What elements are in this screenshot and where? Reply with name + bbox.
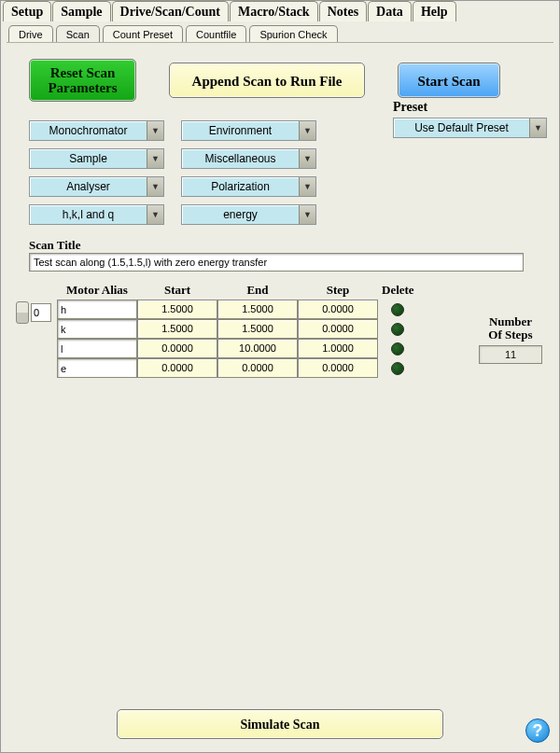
chevron-down-icon: ▼: [529, 119, 546, 137]
tab-setup[interactable]: Setup: [3, 1, 51, 21]
dropdown-hklq[interactable]: h,k,l and q▼: [29, 204, 164, 225]
chevron-down-icon: ▼: [299, 121, 315, 140]
append-scan-button[interactable]: Append Scan to Run File: [169, 63, 365, 98]
alias-input[interactable]: [57, 339, 137, 358]
reset-scan-button[interactable]: Reset Scan Parameters: [29, 59, 136, 102]
subtab-spurion[interactable]: Spurion Check: [249, 25, 337, 42]
tab-notes[interactable]: Notes: [319, 1, 367, 21]
step-cell[interactable]: 0.0000: [298, 300, 378, 319]
tab-macro-stack[interactable]: Macro/Stack: [230, 1, 318, 21]
dropdown-monochromator[interactable]: Monochromator▼: [29, 120, 164, 141]
start-cell[interactable]: 1.5000: [137, 300, 217, 319]
end-cell[interactable]: 1.5000: [217, 300, 298, 319]
steps-label-line1: Number: [479, 315, 542, 328]
chevron-down-icon: ▼: [299, 205, 315, 224]
start-cell[interactable]: 0.0000: [137, 358, 217, 378]
chevron-down-icon: ▼: [299, 149, 315, 168]
sub-tab-bar: Drive Scan Count Preset Countfile Spurio…: [1, 21, 559, 42]
chevron-down-icon: ▼: [147, 121, 163, 140]
end-cell[interactable]: 10.0000: [217, 339, 298, 358]
scan-title-input[interactable]: [29, 253, 524, 272]
dropdown-polarization[interactable]: Polarization▼: [181, 176, 316, 197]
step-cell[interactable]: 0.0000: [298, 319, 378, 339]
col-motor-alias: Motor Alias: [57, 281, 137, 300]
chevron-down-icon: ▼: [147, 149, 163, 168]
start-scan-button[interactable]: Start Scan: [398, 63, 500, 98]
table-row: 0.0000 10.0000 1.0000: [57, 339, 418, 358]
tab-sample[interactable]: Sample: [52, 1, 110, 21]
dropdown-analyser[interactable]: Analyser▼: [29, 176, 164, 197]
preset-group: Preset Use Default Preset ▼: [393, 100, 547, 138]
dropdown-miscellaneous[interactable]: Miscellaneous▼: [181, 148, 316, 169]
alias-input[interactable]: [57, 300, 137, 319]
tab-data[interactable]: Data: [368, 1, 412, 21]
alias-input[interactable]: [57, 319, 137, 339]
delete-led-icon[interactable]: [391, 303, 404, 316]
delete-led-icon[interactable]: [391, 323, 404, 336]
number-of-steps-group: Number Of Steps 11: [479, 315, 542, 364]
subtab-drive[interactable]: Drive: [8, 25, 53, 42]
subtab-count-preset[interactable]: Count Preset: [103, 25, 183, 42]
dropdown-environment[interactable]: Environment▼: [181, 120, 316, 141]
bottom-bar: Simulate Scan: [1, 709, 559, 739]
scan-table: Motor Alias Start End Step Delete 1.5000…: [57, 281, 418, 378]
alias-input[interactable]: [57, 358, 137, 378]
row-index-stepper[interactable]: [16, 301, 29, 324]
table-row: 1.5000 1.5000 0.0000: [57, 319, 418, 339]
chevron-down-icon: ▼: [299, 177, 315, 196]
col-start: Start: [137, 281, 217, 300]
subtab-countfile[interactable]: Countfile: [186, 25, 246, 42]
motor-selectors: Preset Use Default Preset ▼ Monochromato…: [1, 120, 559, 225]
steps-value: 11: [479, 345, 542, 364]
subtab-scan[interactable]: Scan: [56, 25, 100, 42]
preset-dropdown[interactable]: Use Default Preset ▼: [393, 118, 547, 138]
table-row: 1.5000 1.5000 0.0000: [57, 300, 418, 319]
chevron-down-icon: ▼: [147, 177, 163, 196]
chevron-down-icon: ▼: [147, 205, 163, 224]
row-index-input[interactable]: [31, 303, 51, 322]
steps-label-line2: Of Steps: [479, 328, 542, 342]
step-cell[interactable]: 0.0000: [298, 358, 378, 378]
start-cell[interactable]: 1.5000: [137, 319, 217, 339]
scan-table-group: Motor Alias Start End Step Delete 1.5000…: [1, 277, 559, 378]
tab-help[interactable]: Help: [413, 1, 456, 21]
preset-value: Use Default Preset: [394, 121, 529, 134]
col-end: End: [217, 281, 298, 300]
table-header-row: Motor Alias Start End Step Delete: [57, 281, 418, 300]
col-delete: Delete: [378, 281, 418, 300]
scan-title-label: Scan Title: [29, 238, 531, 253]
delete-led-icon[interactable]: [391, 342, 404, 356]
dropdown-sample[interactable]: Sample▼: [29, 148, 164, 169]
main-tab-bar: Setup Sample Drive/Scan/Count Macro/Stac…: [1, 1, 559, 21]
step-cell[interactable]: 1.0000: [298, 339, 378, 358]
delete-led-icon[interactable]: [391, 362, 404, 375]
start-cell[interactable]: 0.0000: [137, 339, 217, 358]
tab-drive-scan-count[interactable]: Drive/Scan/Count: [112, 1, 229, 21]
help-icon[interactable]: ?: [525, 718, 550, 743]
end-cell[interactable]: 1.5000: [217, 319, 298, 339]
simulate-scan-button[interactable]: Simulate Scan: [117, 709, 443, 739]
scan-title-group: Scan Title: [1, 225, 559, 277]
end-cell[interactable]: 0.0000: [217, 358, 298, 378]
preset-label: Preset: [393, 100, 547, 115]
table-row: 0.0000 0.0000 0.0000: [57, 358, 418, 378]
dropdown-energy[interactable]: energy▼: [181, 204, 316, 225]
col-step: Step: [298, 281, 378, 300]
